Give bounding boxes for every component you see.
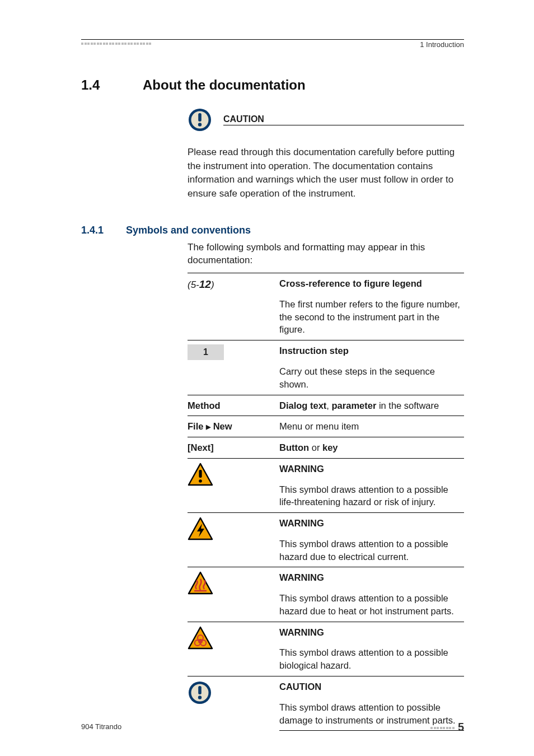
caution-icon xyxy=(188,680,212,705)
caution-label: CAUTION xyxy=(223,114,464,125)
table-row: [Next] Button or key xyxy=(188,437,464,459)
row-body: Menu or menu item xyxy=(279,416,464,437)
subsection-number: 1.4.1 xyxy=(81,225,126,236)
table-row: WARNING xyxy=(188,458,464,479)
row-body: This symbol draws attention to a possibl… xyxy=(279,642,464,676)
row-body: The first number refers to the figure nu… xyxy=(279,294,464,340)
table-row: WARNING xyxy=(188,567,464,588)
table-row: CAUTION xyxy=(188,676,464,697)
row-body: This symbol draws attention to a possibl… xyxy=(279,588,464,622)
table-row: WARNING xyxy=(188,622,464,642)
row-body: This symbol draws attention to a possibl… xyxy=(279,479,464,513)
method-label: Method xyxy=(188,400,221,410)
subsection-title: Symbols and conventions xyxy=(126,225,251,236)
symbols-table: (5-12) Cross-reference to figure legend … xyxy=(188,273,464,731)
header-rule xyxy=(81,39,464,40)
caution-text: Please read through this documentation c… xyxy=(188,146,464,201)
row-head: WARNING xyxy=(279,627,324,637)
footer-page: 5 xyxy=(430,721,464,734)
caution-icon xyxy=(188,108,212,132)
svg-rect-2 xyxy=(198,113,202,122)
table-row: 1 Instruction step xyxy=(188,340,464,361)
svg-point-14 xyxy=(198,696,202,699)
header-chapter: 1 Introduction xyxy=(420,40,464,49)
cross-ref-sample: (5-12) xyxy=(188,279,214,290)
row-body: Dialog text, parameter in the software xyxy=(279,395,464,416)
section-title: About the documentation xyxy=(143,77,306,93)
table-row: (5-12) Cross-reference to figure legend xyxy=(188,273,464,294)
row-head: WARNING xyxy=(279,518,324,528)
svg-point-5 xyxy=(199,479,202,483)
row-head: WARNING xyxy=(279,464,324,474)
subsection-heading: 1.4.1 Symbols and conventions xyxy=(81,225,464,236)
footer-ornament xyxy=(430,727,455,729)
row-head: WARNING xyxy=(279,572,324,582)
caution-block: CAUTION Please read through this documen… xyxy=(188,108,464,201)
table-row: File ▶ New Menu or menu item xyxy=(188,416,464,437)
electric-warning-icon xyxy=(188,517,213,540)
heat-warning-icon xyxy=(188,571,213,595)
row-body: Carry out these steps in the sequence sh… xyxy=(279,361,464,395)
header-ornament xyxy=(81,43,151,45)
table-row: WARNING xyxy=(188,513,464,534)
row-head: CAUTION xyxy=(279,682,321,692)
section-heading: 1.4 About the documentation xyxy=(81,77,464,93)
menu-command: File ▶ New xyxy=(188,416,279,437)
svg-rect-13 xyxy=(198,686,202,694)
svg-point-3 xyxy=(198,123,202,126)
footer-product: 904 Titrando xyxy=(81,722,121,731)
row-body: This symbol draws attention to a possibl… xyxy=(279,534,464,567)
key-label: [Next] xyxy=(188,442,214,452)
biohazard-warning-icon xyxy=(188,626,213,650)
section-number: 1.4 xyxy=(81,77,143,93)
row-head: Cross-reference to figure legend xyxy=(279,278,422,288)
step-badge: 1 xyxy=(188,344,224,360)
table-row: Method Dialog text, parameter in the sof… xyxy=(188,395,464,416)
svg-rect-4 xyxy=(199,470,202,478)
row-body: Button or key xyxy=(279,437,464,459)
subsection-intro: The following symbols and formatting may… xyxy=(188,241,464,268)
warning-icon xyxy=(188,463,213,486)
row-head: Instruction step xyxy=(279,346,349,356)
